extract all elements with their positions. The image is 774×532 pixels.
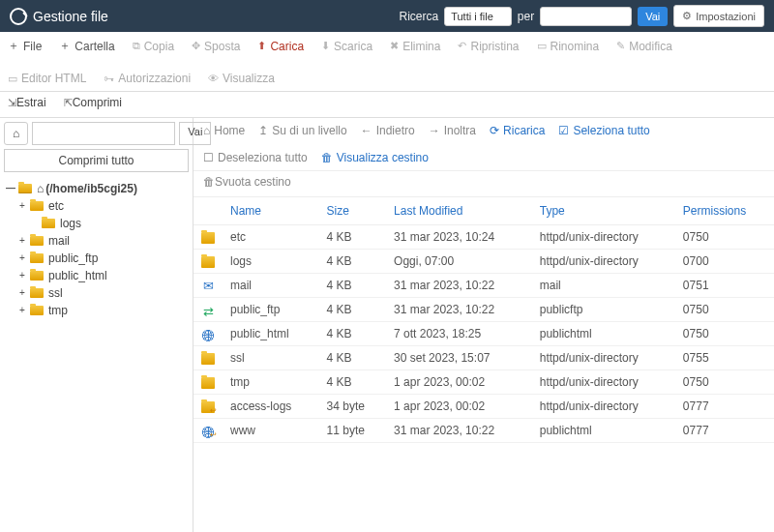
forward-button[interactable]: →Inoltra [429, 124, 476, 137]
download-icon: ⬇ [321, 40, 330, 52]
cell-perms: 0750 [675, 370, 774, 395]
path-input[interactable] [32, 122, 175, 145]
tree-node[interactable]: +tmp [17, 302, 187, 319]
settings-button[interactable]: ⚙Impostazioni [673, 5, 764, 27]
cell-type: httpd/unix-directory [532, 250, 675, 274]
main-panel: ⌂Home ↥Su di un livello ←Indietro →Inolt… [194, 118, 774, 532]
home-icon: ⌂ [37, 180, 44, 197]
table-row[interactable]: tmp4 KB1 apr 2023, 00:02httpd/unix-direc… [194, 370, 774, 395]
table-row[interactable]: 🌐︎public_html4 KB7 ott 2023, 18:25public… [194, 322, 774, 346]
collapse-icon[interactable]: — [6, 180, 15, 197]
check-icon: ☑ [558, 124, 569, 137]
table-row[interactable]: ssl4 KB30 set 2023, 15:07httpd/unix-dire… [194, 346, 774, 370]
plus-icon: ＋ [59, 38, 71, 54]
cell-size: 11 byte [319, 419, 386, 443]
rename-button[interactable]: ▭Rinomina [537, 40, 600, 53]
reload-button[interactable]: ⟳Ricarica [490, 124, 545, 137]
sidebar: ⌂ Vai Comprimi tutto — ⌂ (/home/ib5cgi25… [0, 118, 194, 532]
folder-button[interactable]: ＋Cartella [59, 38, 114, 54]
tree-root-label: (/home/ib5cgi25) [45, 180, 137, 197]
delete-button[interactable]: ✖Elimina [390, 40, 440, 53]
cell-name: public_ftp [223, 298, 319, 322]
back-icon: ← [361, 124, 372, 137]
cell-size: 4 KB [319, 274, 386, 298]
cell-perms: 0751 [675, 274, 774, 298]
cell-size: 34 byte [319, 395, 386, 419]
compress-button[interactable]: ⇱Comprimi [64, 96, 122, 109]
col-name[interactable]: Name [223, 197, 319, 225]
move-icon: ✥ [192, 40, 200, 52]
eye-icon: 👁 [208, 73, 219, 84]
toolbar-row2: ⇲Estrai ⇱Comprimi [0, 92, 774, 118]
back-button[interactable]: ←Indietro [361, 124, 415, 137]
compress-icon: ⇱ [64, 97, 73, 108]
cell-type: httpd/unix-directory [532, 395, 675, 419]
expand-icon[interactable]: + [17, 232, 27, 250]
upload-button[interactable]: ⬆Carica [257, 40, 304, 53]
empty-trash-button[interactable]: 🗑Svuota cestino [203, 175, 291, 189]
table-row[interactable]: etc4 KB31 mar 2023, 10:24httpd/unix-dire… [194, 225, 774, 250]
cell-name: logs [223, 250, 319, 274]
tree-root[interactable]: — ⌂ (/home/ib5cgi25) [6, 180, 187, 197]
up-level-button[interactable]: ↥Su di un livello [258, 124, 346, 137]
col-modified[interactable]: Last Modified [386, 197, 532, 225]
tree-node[interactable]: +mail [17, 232, 187, 250]
globe-link-icon: 🌐︎↩ [201, 426, 215, 437]
search-scope-select[interactable]: Tutti i file [444, 7, 512, 26]
cell-type: publichtml [532, 322, 675, 346]
expand-icon[interactable]: + [17, 284, 27, 302]
copy-button[interactable]: ⧉Copia [133, 40, 174, 53]
col-size[interactable]: Size [319, 197, 386, 225]
view-trash-button[interactable]: 🗑Visualizza cestino [321, 151, 429, 164]
search-input[interactable] [540, 7, 632, 26]
folder-link-icon: ↩ [201, 401, 215, 413]
home-icon-button[interactable]: ⌂ [4, 122, 28, 145]
tree-node[interactable]: +ssl [17, 284, 187, 302]
expand-icon[interactable]: + [17, 250, 27, 267]
cell-perms: 0750 [675, 225, 774, 250]
tree-node[interactable]: +public_ftp [17, 250, 187, 267]
table-row[interactable]: ✉mail4 KB31 mar 2023, 10:22mail0751 [194, 274, 774, 298]
home-button[interactable]: ⌂Home [203, 124, 245, 137]
expand-icon[interactable]: + [17, 197, 27, 215]
table-row[interactable]: ↩access-logs34 byte1 apr 2023, 00:02http… [194, 395, 774, 419]
folder-icon [30, 271, 44, 281]
permissions-button[interactable]: 🗝Autorizzazioni [104, 72, 191, 85]
cell-modified: 30 set 2023, 15:07 [386, 346, 532, 370]
copy-icon: ⧉ [133, 40, 140, 52]
edit-button[interactable]: ✎Modifica [616, 40, 672, 53]
expand-icon[interactable]: + [17, 267, 27, 284]
cell-name: tmp [223, 370, 319, 395]
table-row[interactable]: logs4 KBOggi, 07:00httpd/unix-directory0… [194, 250, 774, 274]
restore-button[interactable]: ↶Ripristina [458, 40, 519, 53]
expand-icon[interactable]: + [17, 302, 27, 319]
col-type[interactable]: Type [532, 197, 675, 225]
gear-icon: ⚙ [682, 10, 692, 22]
settings-label: Impostazioni [696, 11, 756, 22]
tree-node[interactable]: +etc [17, 197, 187, 215]
cell-perms: 0750 [675, 298, 774, 322]
search-label: Ricerca [400, 10, 439, 23]
html-editor-button[interactable]: ▭Editor HTML [8, 72, 86, 85]
extract-button[interactable]: ⇲Estrai [8, 96, 46, 109]
col-perms[interactable]: Permissions [675, 197, 774, 225]
cell-modified: 1 apr 2023, 00:02 [386, 370, 532, 395]
deselect-button[interactable]: ☐Deseleziona tutto [203, 151, 308, 164]
download-button[interactable]: ⬇Scarica [321, 40, 372, 53]
table-row[interactable]: 🌐︎↩www11 byte31 mar 2023, 10:22publichtm… [194, 419, 774, 443]
file-button[interactable]: ＋File [8, 38, 42, 54]
cell-modified: Oggi, 07:00 [386, 250, 532, 274]
view-button[interactable]: 👁Visualizza [208, 72, 275, 85]
forward-icon: → [429, 124, 440, 137]
search-go-button[interactable]: Vai [638, 7, 668, 26]
select-all-button[interactable]: ☑Seleziona tutto [558, 124, 649, 137]
tree-node[interactable]: logs [17, 215, 187, 232]
toolbar-row1: ＋File ＋Cartella ⧉Copia ✥Sposta ⬆Carica ⬇… [0, 32, 774, 92]
move-button[interactable]: ✥Sposta [192, 40, 240, 53]
key-icon: 🗝 [104, 73, 114, 84]
table-row[interactable]: ⇄public_ftp4 KB31 mar 2023, 10:22publicf… [194, 298, 774, 322]
tree-node[interactable]: +public_html [17, 267, 187, 284]
folder-icon [201, 353, 215, 365]
folder-icon [201, 377, 215, 389]
collapse-all-button[interactable]: Comprimi tutto [4, 149, 189, 172]
